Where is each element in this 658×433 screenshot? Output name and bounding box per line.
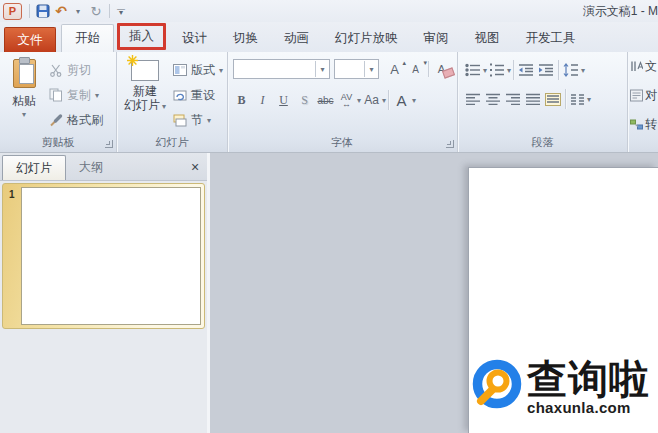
separator bbox=[109, 4, 110, 18]
separator bbox=[428, 61, 429, 77]
text-shadow-button[interactable]: S bbox=[294, 90, 315, 110]
align-left-button[interactable] bbox=[463, 88, 483, 110]
title-bar: P ↶ ▾ ↻ —▾ 演示文稿1 - M bbox=[0, 0, 658, 22]
align-text-label: 对 bbox=[645, 87, 657, 104]
copy-dropdown-arrow-icon[interactable]: ▾ bbox=[95, 91, 99, 100]
reset-label: 重设 bbox=[191, 87, 215, 104]
case-dropdown-arrow-icon[interactable]: ▾ bbox=[382, 96, 386, 105]
font-group-label: 字体 bbox=[227, 135, 457, 150]
panel-tab-slides[interactable]: 幻灯片 bbox=[2, 155, 66, 180]
shrink-font-button[interactable]: A▾ bbox=[405, 59, 426, 79]
tab-transitions[interactable]: 切换 bbox=[220, 25, 271, 52]
separator bbox=[565, 89, 566, 109]
chevron-down-icon: ▾ bbox=[315, 61, 329, 77]
tab-animations[interactable]: 动画 bbox=[271, 25, 322, 52]
tab-review[interactable]: 审阅 bbox=[411, 25, 462, 52]
redo-button[interactable]: ↻ bbox=[88, 2, 104, 20]
character-spacing-button[interactable]: AV↔ bbox=[336, 90, 357, 110]
customize-qat-button[interactable]: —▾ bbox=[117, 7, 125, 15]
format-painter-button[interactable]: 格式刷 bbox=[49, 108, 103, 132]
layout-icon bbox=[173, 64, 187, 76]
numbering-dropdown-arrow-icon[interactable]: ▾ bbox=[507, 66, 511, 75]
bullet-list-icon bbox=[465, 63, 481, 77]
bullets-button[interactable] bbox=[463, 59, 483, 81]
tab-design[interactable]: 设计 bbox=[169, 25, 220, 52]
slides-group-label: 幻灯片 bbox=[117, 135, 227, 150]
new-slide-icon bbox=[131, 60, 159, 81]
new-slide-label-line1: 新建 bbox=[124, 84, 166, 98]
line-spacing-dropdown-arrow-icon[interactable]: ▾ bbox=[581, 66, 585, 75]
copy-icon bbox=[49, 88, 63, 102]
font-size-combobox[interactable]: ▾ bbox=[334, 59, 379, 79]
magnifier-logo-icon bbox=[472, 359, 522, 417]
italic-button[interactable]: I bbox=[252, 90, 273, 110]
slide-canvas[interactable]: 查询啦 chaxunla.com bbox=[468, 167, 658, 433]
section-label: 节 bbox=[191, 112, 203, 129]
new-slide-button[interactable]: 新建 幻灯片 ▾ bbox=[121, 57, 169, 141]
paste-dropdown-arrow-icon[interactable]: ▾ bbox=[22, 110, 26, 119]
underline-button[interactable]: U bbox=[273, 90, 294, 110]
convert-smartart-button[interactable]: 转 bbox=[630, 116, 657, 133]
tab-file[interactable]: 文件 bbox=[4, 27, 56, 52]
tab-home[interactable]: 开始 bbox=[61, 24, 114, 52]
font-color-button[interactable]: A bbox=[391, 90, 412, 110]
ribbon: 粘贴 ▾ 剪切 复制 ▾ 格式刷 剪贴板 bbox=[0, 52, 658, 153]
layout-dropdown-arrow-icon[interactable]: ▾ bbox=[219, 66, 223, 75]
group-font: ▾ ▾ A▴ A▾ A B I U S abc AV↔ ▾ Aa ▾ A bbox=[227, 52, 458, 152]
change-case-button[interactable]: Aa bbox=[361, 90, 382, 110]
undo-dropdown-arrow-icon[interactable]: ▾ bbox=[70, 2, 86, 20]
section-dropdown-arrow-icon[interactable]: ▾ bbox=[207, 116, 211, 125]
save-button[interactable] bbox=[35, 2, 51, 20]
paste-button[interactable]: 粘贴 ▾ bbox=[3, 57, 45, 141]
text-direction-icon bbox=[630, 60, 643, 73]
layout-button[interactable]: 版式 ▾ bbox=[173, 58, 223, 82]
new-slide-dropdown-arrow-icon[interactable]: ▾ bbox=[160, 102, 166, 111]
smartart-icon bbox=[630, 118, 643, 131]
slides-panel: 幻灯片 大纲 × 1 bbox=[0, 153, 207, 433]
clipboard-group-label: 剪贴板 bbox=[0, 135, 116, 150]
layout-label: 版式 bbox=[191, 62, 215, 79]
line-spacing-icon bbox=[563, 63, 579, 77]
slide-number: 1 bbox=[9, 189, 15, 200]
panel-close-button[interactable]: × bbox=[183, 155, 207, 180]
bold-button[interactable]: B bbox=[231, 90, 252, 110]
numbering-button[interactable] bbox=[487, 59, 507, 81]
align-left-icon bbox=[465, 93, 481, 106]
section-button[interactable]: 节 ▾ bbox=[173, 108, 211, 132]
line-spacing-button[interactable] bbox=[561, 59, 581, 81]
strikethrough-button[interactable]: abc bbox=[315, 90, 336, 110]
align-center-button[interactable] bbox=[483, 88, 503, 110]
tab-slideshow[interactable]: 幻灯片放映 bbox=[322, 25, 411, 52]
slide-thumbnail-selected[interactable]: 1 bbox=[2, 183, 205, 329]
panel-tab-bar: 幻灯片 大纲 × bbox=[0, 153, 207, 181]
separator bbox=[513, 60, 514, 80]
justify-button[interactable] bbox=[523, 88, 543, 110]
powerpoint-app-icon[interactable]: P bbox=[3, 3, 22, 20]
panel-tab-outline[interactable]: 大纲 bbox=[66, 155, 116, 180]
tab-insert-highlighted[interactable]: 插入 bbox=[117, 23, 166, 50]
undo-button[interactable]: ↶ bbox=[53, 2, 69, 20]
clipboard-dialog-launcher[interactable] bbox=[105, 140, 113, 148]
clear-formatting-button[interactable]: A bbox=[431, 59, 452, 79]
font-dialog-launcher[interactable] bbox=[446, 140, 454, 148]
reset-button[interactable]: 重设 bbox=[173, 83, 215, 107]
increase-indent-button[interactable] bbox=[536, 59, 556, 81]
copy-button[interactable]: 复制 ▾ bbox=[49, 83, 99, 107]
align-text-button[interactable]: 对 bbox=[630, 87, 657, 104]
decrease-indent-button[interactable] bbox=[516, 59, 536, 81]
format-painter-icon bbox=[49, 113, 63, 127]
columns-button[interactable] bbox=[568, 88, 587, 110]
distribute-text-button[interactable] bbox=[543, 88, 563, 110]
grow-font-button[interactable]: A▴ bbox=[384, 59, 405, 79]
cut-button[interactable]: 剪切 bbox=[49, 58, 91, 82]
tab-view[interactable]: 视图 bbox=[462, 25, 513, 52]
align-center-icon bbox=[485, 93, 501, 106]
reset-icon bbox=[173, 89, 187, 102]
columns-dropdown-arrow-icon[interactable]: ▾ bbox=[587, 95, 591, 104]
tab-developer[interactable]: 开发工具 bbox=[513, 25, 589, 52]
font-color-dropdown-arrow-icon[interactable]: ▾ bbox=[412, 96, 416, 105]
text-direction-button[interactable]: 文 bbox=[630, 58, 657, 75]
convert-smartart-label: 转 bbox=[645, 116, 657, 133]
font-name-combobox[interactable]: ▾ bbox=[233, 59, 330, 79]
align-right-button[interactable] bbox=[503, 88, 523, 110]
